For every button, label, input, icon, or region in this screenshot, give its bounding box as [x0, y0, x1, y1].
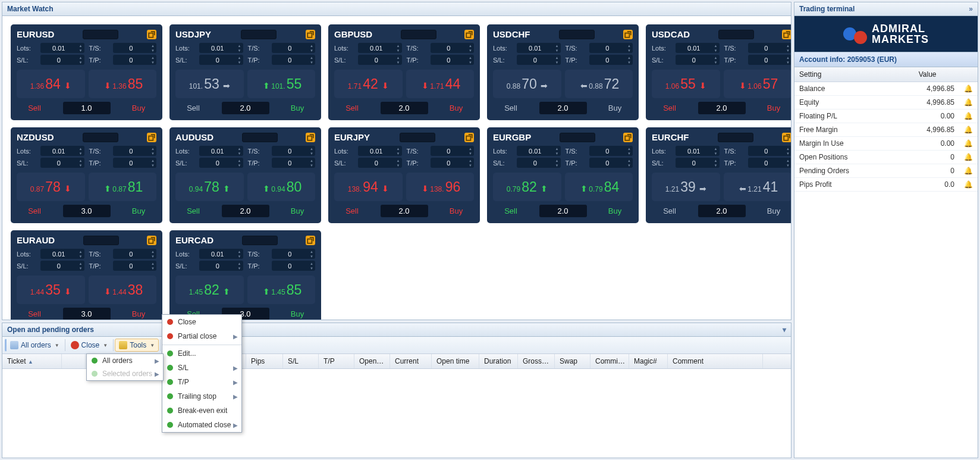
column-header[interactable]: Open time	[432, 354, 479, 368]
symbol-input[interactable]	[83, 133, 118, 142]
popout-button[interactable]	[147, 30, 156, 39]
lots-input[interactable]: 0.01▲▼	[199, 43, 243, 53]
spin-up-icon[interactable]: ▲	[554, 146, 561, 151]
symbol-input[interactable]	[559, 30, 595, 39]
buy-button[interactable]: Buy	[279, 206, 315, 215]
tp-input[interactable]: 0▲▼	[272, 158, 316, 168]
menu-item[interactable]: Trailing stop▶	[162, 389, 241, 403]
column-header[interactable]: Swap	[555, 354, 590, 368]
popout-button[interactable]	[306, 133, 315, 142]
menu-item[interactable]: Automated close▶	[162, 418, 241, 432]
spin-down-icon[interactable]: ▼	[554, 48, 561, 53]
sl-input[interactable]: 0▲▼	[517, 158, 561, 168]
ts-input[interactable]: 0▲▼	[272, 146, 316, 156]
column-header[interactable]: Pips	[246, 354, 283, 368]
popout-button[interactable]	[306, 30, 315, 39]
tp-input[interactable]: 0▲▼	[113, 55, 157, 65]
sell-price-button[interactable]: 1.2139➡	[652, 173, 720, 201]
tp-input[interactable]: 0▲▼	[272, 55, 316, 65]
lots-input[interactable]: 0.01▲▼	[199, 249, 243, 259]
lots-input[interactable]: 0.01▲▼	[40, 249, 84, 259]
ts-input[interactable]: 0▲▼	[272, 249, 316, 259]
symbol-input[interactable]	[83, 30, 118, 39]
popout-button[interactable]	[306, 236, 315, 245]
buy-price-button[interactable]: ⬆0.7984	[565, 173, 633, 201]
buy-price-button[interactable]: ⬇1.0657	[724, 70, 791, 98]
sl-input[interactable]: 0▲▼	[199, 261, 243, 271]
spin-up-icon[interactable]: ▲	[77, 146, 84, 151]
symbol-input[interactable]	[242, 236, 278, 245]
menu-item[interactable]: T/P▶	[162, 375, 241, 389]
column-header[interactable]: Magic#	[629, 354, 668, 368]
tp-input[interactable]: 0▲▼	[431, 158, 475, 168]
spin-up-icon[interactable]: ▲	[77, 43, 84, 48]
ts-input[interactable]: 0▲▼	[748, 146, 791, 156]
buy-price-button[interactable]: ⬅1.2141	[724, 173, 791, 201]
ts-input[interactable]: 0▲▼	[113, 43, 157, 53]
tp-input[interactable]: 0▲▼	[431, 55, 475, 65]
sell-button[interactable]: Sell	[493, 104, 529, 112]
all-orders-dropdown[interactable]: All orders▼	[5, 339, 64, 352]
ts-input[interactable]: 0▲▼	[589, 43, 633, 53]
sell-price-button[interactable]: 0.7982⬆	[493, 173, 561, 201]
sell-price-button[interactable]: 1.4582⬆	[175, 276, 244, 304]
bell-icon[interactable]: 🔔	[959, 123, 978, 137]
submenu-item[interactable]: All orders▶	[87, 354, 163, 367]
spin-up-icon[interactable]: ▲	[554, 43, 561, 48]
sell-price-button[interactable]: 1.7142⬇	[334, 70, 403, 98]
sell-price-button[interactable]: 1.3684⬇	[17, 70, 85, 98]
popout-button[interactable]	[147, 236, 156, 245]
lots-input[interactable]: 0.01▲▼	[358, 146, 402, 156]
sell-button[interactable]: Sell	[17, 104, 52, 112]
sl-input[interactable]: 0▲▼	[40, 158, 84, 168]
buy-price-button[interactable]: ⬇1.7144	[406, 70, 475, 98]
symbol-input[interactable]	[718, 133, 753, 142]
orders-collapse-icon[interactable]: ▾	[783, 326, 786, 334]
column-header[interactable]: T/P	[319, 354, 354, 368]
sl-input[interactable]: 0▲▼	[358, 158, 402, 168]
sell-price-button[interactable]: 0.8778⬇	[17, 173, 85, 201]
sell-price-button[interactable]: 0.9478⬆	[175, 173, 244, 201]
lots-input[interactable]: 0.01▲▼	[676, 146, 720, 156]
popout-button[interactable]	[623, 133, 633, 142]
tp-input[interactable]: 0▲▼	[272, 261, 316, 271]
column-header[interactable]: Gross…	[518, 354, 555, 368]
buy-button[interactable]: Buy	[756, 206, 791, 215]
sell-price-button[interactable]: 101.53➡	[175, 70, 244, 98]
sell-button[interactable]: Sell	[652, 206, 687, 215]
menu-item[interactable]: Partial close▶	[162, 329, 241, 343]
lots-input[interactable]: 0.01▲▼	[358, 43, 402, 53]
popout-button[interactable]	[782, 30, 791, 39]
buy-price-button[interactable]: ⬇138.96	[406, 173, 475, 201]
spin-down-icon[interactable]: ▼	[554, 151, 561, 156]
buy-button[interactable]: Buy	[756, 104, 791, 112]
column-header[interactable]: S/L	[283, 354, 319, 368]
sell-price-button[interactable]: 1.0655⬇	[652, 70, 720, 98]
sl-input[interactable]: 0▲▼	[676, 158, 720, 168]
buy-button[interactable]: Buy	[279, 104, 315, 112]
ts-input[interactable]: 0▲▼	[272, 43, 316, 53]
spin-up-icon[interactable]: ▲	[712, 43, 720, 48]
ts-input[interactable]: 0▲▼	[113, 146, 157, 156]
tp-input[interactable]: 0▲▼	[748, 158, 791, 168]
buy-button[interactable]: Buy	[121, 206, 156, 215]
spin-up-icon[interactable]: ▲	[236, 249, 243, 254]
expand-icon[interactable]: »	[969, 5, 973, 13]
spin-up-icon[interactable]: ▲	[395, 146, 402, 151]
buy-button[interactable]: Buy	[438, 206, 474, 215]
sell-price-button[interactable]: 0.8870➡	[493, 70, 561, 98]
popout-button[interactable]	[782, 133, 791, 142]
symbol-input[interactable]	[401, 30, 436, 39]
column-header[interactable]: Open…	[354, 354, 390, 368]
popout-button[interactable]	[623, 30, 633, 39]
symbol-input[interactable]	[560, 133, 595, 142]
sl-input[interactable]: 0▲▼	[199, 158, 243, 168]
buy-price-button[interactable]: ⬆101.55	[247, 70, 316, 98]
column-header[interactable]: Ticket ▲	[2, 354, 62, 368]
bell-icon[interactable]: 🔔	[959, 151, 978, 164]
sl-input[interactable]: 0▲▼	[199, 55, 243, 65]
symbol-input[interactable]	[718, 30, 754, 39]
spin-down-icon[interactable]: ▼	[77, 151, 84, 156]
bell-icon[interactable]: 🔔	[959, 109, 978, 123]
sell-button[interactable]: Sell	[175, 104, 211, 112]
